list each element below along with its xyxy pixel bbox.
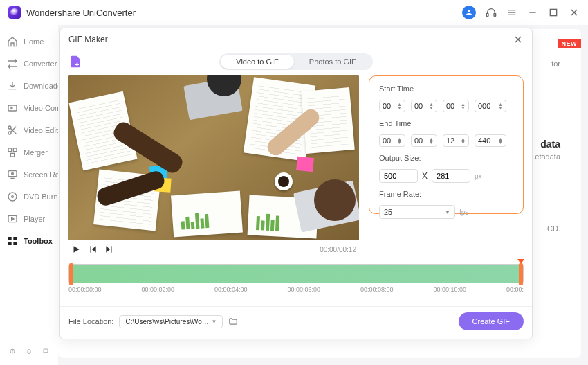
bg-text: etadata	[535, 152, 560, 161]
svg-rect-1	[494, 13, 496, 16]
titlebar: Wondershare UniConverter	[0, 0, 588, 25]
avatar-icon[interactable]	[462, 6, 476, 19]
sidebar: Home Converter Downloader Video Compress…	[0, 25, 58, 365]
end-mm-input[interactable]: 00▲▼	[411, 134, 437, 147]
svg-rect-25	[8, 242, 12, 245]
feedback-icon[interactable]	[43, 346, 48, 357]
end-ms-input[interactable]: 440▲▼	[475, 134, 506, 147]
output-size-label: Output Size:	[379, 154, 513, 162]
svg-point-20	[8, 193, 17, 201]
sidebar-item-label: DVD Burner	[24, 193, 58, 201]
sidebar-item-label: Screen Recorder	[24, 170, 58, 179]
app-title: Wondershare UniConverter	[26, 8, 462, 18]
sidebar-item-label: Toolbox	[24, 237, 53, 245]
sidebar-item-converter[interactable]: Converter	[0, 53, 58, 75]
app-logo	[8, 6, 21, 19]
timeline[interactable]	[68, 264, 524, 283]
end-ss-input[interactable]: 12▲▼	[443, 134, 469, 147]
bell-icon[interactable]	[26, 346, 32, 357]
framerate-label: Frame Rate:	[379, 190, 513, 198]
minimize-icon[interactable]	[527, 7, 538, 18]
sidebar-item-editor[interactable]: Video Editor	[0, 119, 58, 141]
svg-rect-26	[13, 242, 17, 245]
start-time-label: Start Time	[379, 84, 513, 93]
tab-video-to-gif[interactable]: Video to GIF	[221, 55, 294, 69]
svg-rect-0	[486, 13, 488, 16]
menu-icon[interactable]	[506, 7, 517, 18]
maximize-icon[interactable]	[548, 7, 559, 18]
bg-text: data	[540, 139, 560, 150]
sidebar-item-label: Video Editor	[24, 126, 58, 134]
home-icon	[7, 36, 18, 47]
sidebar-item-label: Video Compressor	[24, 104, 58, 112]
framerate-select[interactable]: 25▼	[379, 205, 455, 219]
sidebar-item-player[interactable]: Player	[0, 208, 58, 230]
svg-point-21	[12, 196, 14, 198]
timeline-start-handle[interactable]	[69, 263, 73, 285]
start-mm-input[interactable]: 00▲▼	[411, 100, 437, 112]
sidebar-item-label: Player	[24, 215, 45, 223]
sidebar-item-label: Merger	[24, 148, 48, 157]
gif-maker-modal: GIF Maker Video to GIF Photos to GIF	[59, 28, 533, 339]
svg-point-10	[8, 126, 11, 129]
sidebar-item-home[interactable]: Home	[0, 30, 58, 53]
end-time-label: End Time	[379, 119, 513, 127]
sidebar-item-downloader[interactable]: Downloader	[0, 75, 58, 97]
modal-title: GIF Maker	[68, 35, 513, 44]
start-ss-input[interactable]: 00▲▼	[443, 100, 469, 112]
prev-frame-button[interactable]	[88, 244, 98, 254]
toolbox-icon	[7, 235, 18, 247]
screen-icon	[7, 169, 18, 180]
tab-photos-to-gif[interactable]: Photos to GIF	[294, 55, 371, 69]
bg-text: CD.	[547, 224, 560, 233]
settings-panel: Start Time 00▲▼ 00▲▼ 00▲▼ 000▲▼ End Time…	[369, 75, 524, 214]
modal-close-icon[interactable]	[513, 34, 524, 45]
bg-text: tor	[551, 60, 560, 68]
timeline-end-handle[interactable]	[519, 263, 523, 285]
sidebar-item-screen-recorder[interactable]: Screen Recorder	[0, 163, 58, 186]
next-frame-button[interactable]	[104, 244, 114, 254]
play-button[interactable]	[71, 244, 81, 254]
file-location-select[interactable]: C:\Users\ws\Pictures\Wonders▼	[119, 315, 223, 328]
play-icon	[7, 213, 18, 224]
headset-icon[interactable]	[486, 7, 497, 18]
compress-icon	[7, 103, 18, 114]
help-icon[interactable]	[10, 346, 15, 357]
add-file-icon[interactable]	[68, 55, 82, 69]
start-hh-input[interactable]: 00▲▼	[379, 100, 405, 112]
file-location-label: File Location:	[68, 317, 113, 326]
mode-tabs: Video to GIF Photos to GIF	[219, 53, 372, 70]
video-preview[interactable]	[68, 75, 359, 240]
svg-rect-16	[10, 153, 14, 157]
sidebar-item-compressor[interactable]: Video Compressor	[0, 97, 58, 119]
close-icon[interactable]	[569, 7, 580, 18]
create-gif-button[interactable]: Create GIF	[459, 312, 524, 330]
sidebar-item-merger[interactable]: Merger	[0, 141, 58, 163]
merge-icon	[7, 147, 18, 158]
svg-point-18	[12, 172, 14, 175]
output-width-input[interactable]	[379, 169, 418, 183]
timeline-ticks: 00:00:00:00 00:00:02:00 00:00:04:00 00:0…	[68, 283, 524, 299]
player-timecode: 00:00/00:12	[320, 246, 356, 253]
sidebar-item-label: Home	[24, 37, 44, 46]
svg-rect-23	[8, 237, 12, 240]
player-controls: 00:00/00:12	[68, 240, 359, 258]
end-hh-input[interactable]: 00▲▼	[379, 134, 405, 147]
download-icon	[7, 80, 18, 91]
size-unit: px	[475, 172, 482, 180]
svg-point-11	[8, 132, 11, 134]
svg-rect-24	[13, 237, 17, 240]
size-separator: X	[422, 171, 428, 181]
convert-icon	[7, 58, 18, 69]
svg-rect-6	[550, 9, 556, 15]
start-ms-input[interactable]: 000▲▼	[475, 100, 506, 112]
sidebar-item-label: Converter	[24, 60, 57, 68]
svg-rect-15	[13, 148, 17, 152]
output-height-input[interactable]	[432, 169, 470, 183]
open-folder-icon[interactable]	[228, 317, 238, 326]
framerate-unit: fps	[459, 208, 468, 216]
sidebar-item-label: Downloader	[24, 82, 58, 90]
scissors-icon	[7, 125, 18, 136]
sidebar-item-dvd-burner[interactable]: DVD Burner	[0, 186, 58, 208]
sidebar-item-toolbox[interactable]: Toolbox	[0, 230, 58, 252]
